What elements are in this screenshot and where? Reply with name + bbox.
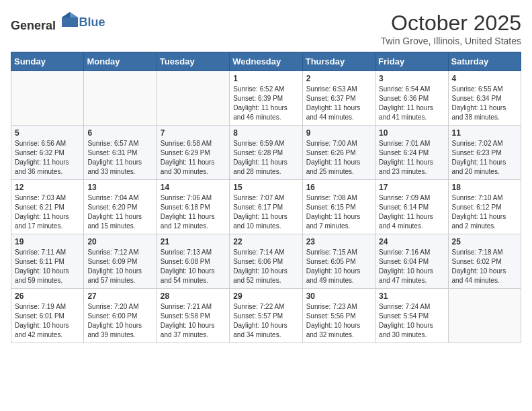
day-cell: 1Sunrise: 6:52 AM Sunset: 6:39 PM Daylig… — [230, 71, 302, 126]
day-cell: 21Sunrise: 7:13 AM Sunset: 6:08 PM Dayli… — [157, 234, 229, 289]
week-row-1: 1Sunrise: 6:52 AM Sunset: 6:39 PM Daylig… — [11, 71, 521, 126]
week-row-4: 19Sunrise: 7:11 AM Sunset: 6:11 PM Dayli… — [11, 234, 521, 289]
calendar-table: SundayMondayTuesdayWednesdayThursdayFrid… — [11, 52, 521, 343]
day-cell: 17Sunrise: 7:09 AM Sunset: 6:14 PM Dayli… — [375, 180, 448, 234]
day-cell — [448, 289, 521, 343]
day-number: 24 — [379, 237, 444, 246]
day-cell: 22Sunrise: 7:14 AM Sunset: 6:06 PM Dayli… — [230, 234, 302, 289]
title-block: October 2025 Twin Grove, Illinois, Unite… — [381, 11, 521, 46]
day-cell: 9Sunrise: 7:00 AM Sunset: 6:26 PM Daylig… — [302, 126, 375, 180]
day-cell: 24Sunrise: 7:16 AM Sunset: 6:04 PM Dayli… — [375, 234, 448, 289]
day-info: Sunrise: 7:00 AM Sunset: 6:26 PM Dayligh… — [306, 139, 371, 177]
day-info: Sunrise: 7:06 AM Sunset: 6:18 PM Dayligh… — [161, 193, 226, 231]
day-info: Sunrise: 6:58 AM Sunset: 6:29 PM Dayligh… — [161, 139, 226, 177]
day-cell: 2Sunrise: 6:53 AM Sunset: 6:37 PM Daylig… — [302, 71, 375, 126]
day-info: Sunrise: 6:56 AM Sunset: 6:32 PM Dayligh… — [15, 139, 80, 177]
day-number: 3 — [379, 74, 444, 83]
day-number: 19 — [15, 237, 80, 246]
day-cell: 19Sunrise: 7:11 AM Sunset: 6:11 PM Dayli… — [11, 234, 84, 289]
weekday-header-saturday: Saturday — [448, 52, 521, 71]
day-info: Sunrise: 7:04 AM Sunset: 6:20 PM Dayligh… — [87, 193, 152, 231]
day-info: Sunrise: 7:21 AM Sunset: 5:58 PM Dayligh… — [161, 302, 226, 340]
day-cell — [84, 71, 157, 126]
weekday-header-tuesday: Tuesday — [157, 52, 229, 71]
day-info: Sunrise: 6:59 AM Sunset: 6:28 PM Dayligh… — [233, 139, 298, 177]
day-cell: 28Sunrise: 7:21 AM Sunset: 5:58 PM Dayli… — [157, 289, 229, 343]
week-row-3: 12Sunrise: 7:03 AM Sunset: 6:21 PM Dayli… — [11, 180, 521, 234]
logo-icon — [60, 11, 79, 30]
day-info: Sunrise: 6:54 AM Sunset: 6:36 PM Dayligh… — [379, 85, 444, 122]
day-info: Sunrise: 7:09 AM Sunset: 6:14 PM Dayligh… — [379, 193, 444, 231]
svg-marker-1 — [70, 12, 78, 17]
day-info: Sunrise: 7:08 AM Sunset: 6:15 PM Dayligh… — [306, 193, 371, 231]
day-cell: 6Sunrise: 6:57 AM Sunset: 6:31 PM Daylig… — [84, 126, 157, 180]
day-info: Sunrise: 7:03 AM Sunset: 6:21 PM Dayligh… — [15, 193, 80, 231]
day-cell: 12Sunrise: 7:03 AM Sunset: 6:21 PM Dayli… — [11, 180, 84, 234]
day-number: 10 — [379, 128, 444, 138]
weekday-header-monday: Monday — [84, 52, 157, 71]
weekday-header-friday: Friday — [375, 52, 448, 71]
day-number: 4 — [452, 74, 517, 83]
day-number: 21 — [161, 237, 226, 246]
day-cell: 26Sunrise: 7:19 AM Sunset: 6:01 PM Dayli… — [11, 289, 84, 343]
day-info: Sunrise: 7:01 AM Sunset: 6:24 PM Dayligh… — [379, 139, 444, 177]
day-info: Sunrise: 7:13 AM Sunset: 6:08 PM Dayligh… — [161, 248, 226, 285]
day-cell: 5Sunrise: 6:56 AM Sunset: 6:32 PM Daylig… — [11, 126, 84, 180]
day-info: Sunrise: 7:24 AM Sunset: 5:54 PM Dayligh… — [379, 302, 444, 340]
day-cell: 3Sunrise: 6:54 AM Sunset: 6:36 PM Daylig… — [375, 71, 448, 126]
day-cell: 25Sunrise: 7:18 AM Sunset: 6:02 PM Dayli… — [448, 234, 521, 289]
day-info: Sunrise: 7:23 AM Sunset: 5:56 PM Dayligh… — [306, 302, 371, 340]
day-number: 26 — [15, 291, 80, 301]
day-info: Sunrise: 7:11 AM Sunset: 6:11 PM Dayligh… — [15, 248, 80, 285]
day-number: 25 — [452, 237, 517, 246]
day-number: 20 — [87, 237, 152, 246]
day-number: 15 — [233, 183, 298, 192]
day-info: Sunrise: 7:02 AM Sunset: 6:23 PM Dayligh… — [452, 139, 517, 177]
day-number: 12 — [15, 183, 80, 192]
day-cell: 16Sunrise: 7:08 AM Sunset: 6:15 PM Dayli… — [302, 180, 375, 234]
month-title: October 2025 — [381, 11, 521, 36]
weekday-header-sunday: Sunday — [11, 52, 84, 71]
day-number: 17 — [379, 183, 444, 192]
day-number: 30 — [306, 291, 371, 301]
week-row-2: 5Sunrise: 6:56 AM Sunset: 6:32 PM Daylig… — [11, 126, 521, 180]
day-number: 22 — [233, 237, 298, 246]
day-cell — [157, 71, 229, 126]
day-cell: 4Sunrise: 6:55 AM Sunset: 6:34 PM Daylig… — [448, 71, 521, 126]
logo-text-blue: Blue — [79, 15, 105, 29]
day-info: Sunrise: 7:14 AM Sunset: 6:06 PM Dayligh… — [233, 248, 298, 285]
day-number: 5 — [15, 128, 80, 138]
day-info: Sunrise: 7:10 AM Sunset: 6:12 PM Dayligh… — [452, 193, 517, 231]
day-number: 9 — [306, 128, 371, 138]
day-cell — [11, 71, 84, 126]
logo: General Blue — [11, 11, 105, 33]
svg-marker-2 — [62, 12, 70, 17]
day-cell: 15Sunrise: 7:07 AM Sunset: 6:17 PM Dayli… — [230, 180, 302, 234]
day-cell: 8Sunrise: 6:59 AM Sunset: 6:28 PM Daylig… — [230, 126, 302, 180]
day-info: Sunrise: 6:57 AM Sunset: 6:31 PM Dayligh… — [87, 139, 152, 177]
day-number: 14 — [161, 183, 226, 192]
day-number: 18 — [452, 183, 517, 192]
day-number: 8 — [233, 128, 298, 138]
page-header: General Blue October 2025 Twin Grove, Il… — [11, 11, 521, 46]
day-number: 7 — [161, 128, 226, 138]
day-number: 16 — [306, 183, 371, 192]
day-number: 13 — [87, 183, 152, 192]
day-cell: 30Sunrise: 7:23 AM Sunset: 5:56 PM Dayli… — [302, 289, 375, 343]
day-number: 28 — [161, 291, 226, 301]
day-info: Sunrise: 7:18 AM Sunset: 6:02 PM Dayligh… — [452, 248, 517, 285]
week-row-5: 26Sunrise: 7:19 AM Sunset: 6:01 PM Dayli… — [11, 289, 521, 343]
day-number: 2 — [306, 74, 371, 83]
day-info: Sunrise: 7:19 AM Sunset: 6:01 PM Dayligh… — [15, 302, 80, 340]
day-info: Sunrise: 7:20 AM Sunset: 6:00 PM Dayligh… — [87, 302, 152, 340]
day-info: Sunrise: 7:15 AM Sunset: 6:05 PM Dayligh… — [306, 248, 371, 285]
day-number: 29 — [233, 291, 298, 301]
day-cell: 27Sunrise: 7:20 AM Sunset: 6:00 PM Dayli… — [84, 289, 157, 343]
day-cell: 10Sunrise: 7:01 AM Sunset: 6:24 PM Dayli… — [375, 126, 448, 180]
day-info: Sunrise: 7:07 AM Sunset: 6:17 PM Dayligh… — [233, 193, 298, 231]
day-cell: 14Sunrise: 7:06 AM Sunset: 6:18 PM Dayli… — [157, 180, 229, 234]
day-cell: 18Sunrise: 7:10 AM Sunset: 6:12 PM Dayli… — [448, 180, 521, 234]
day-cell: 20Sunrise: 7:12 AM Sunset: 6:09 PM Dayli… — [84, 234, 157, 289]
day-info: Sunrise: 6:55 AM Sunset: 6:34 PM Dayligh… — [452, 85, 517, 122]
day-cell: 23Sunrise: 7:15 AM Sunset: 6:05 PM Dayli… — [302, 234, 375, 289]
